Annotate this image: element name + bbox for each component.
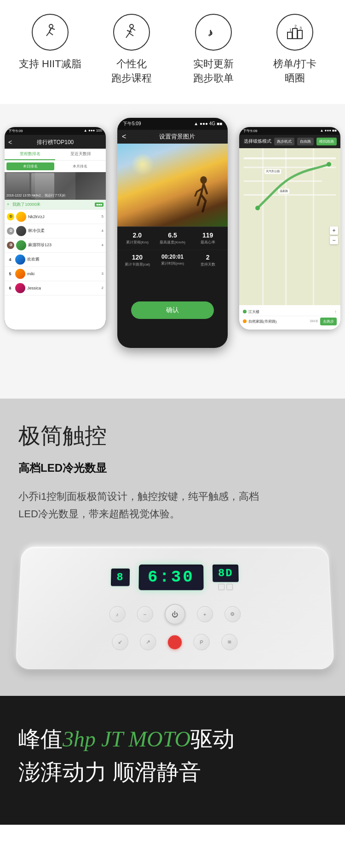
svg-line-8 — [126, 33, 129, 38]
course-icon — [113, 14, 150, 51]
ranking-feature-item: 1 2 3 榜单/打卡晒圈 — [258, 14, 332, 86]
map-controls: + − — [330, 226, 338, 244]
emergency-stop-btn[interactable] — [168, 635, 182, 649]
btn-incline-up[interactable]: ↗ — [140, 634, 156, 650]
right-phone-screen: 下午5:09 ▲ ●●● ■■ 选择锻炼模式 跑步机式 自由跑 模拟路跑 — [239, 127, 340, 330]
left-status-bar: 下午5:09 ▲ ●●● 100 — [5, 127, 106, 135]
table-row: ① Nk2kVzJ 5 — [5, 210, 106, 224]
ranking-title: 排行榜TOP100 — [37, 139, 74, 146]
stat-calories: 120 累计卡路里(cal) — [120, 254, 155, 267]
led-small-display-right: 8D — [213, 565, 239, 582]
map-route-svg — [239, 148, 340, 305]
center-status-bar: 下午5:09 ▲ ●●● 4G ■■ — [117, 118, 228, 130]
table-row: ③ 麻溜羽珍123 4 — [5, 238, 106, 253]
map-header: 选择锻炼模式 跑步机式 自由跑 模拟路跑 — [239, 135, 340, 148]
svg-point-21 — [327, 162, 331, 167]
ranking-tab-days[interactable]: 至近天数排 — [55, 149, 106, 160]
mode-free[interactable]: 自由跑 — [297, 138, 314, 145]
hiit-icon — [32, 14, 69, 51]
motor-title-prefix: 峰值 — [18, 727, 63, 751]
led-title-block: 极简触控 高档LED冷光数显 — [18, 422, 327, 479]
btn-speed-down[interactable]: − — [137, 606, 153, 622]
stats-row-1: 2.0 累计里程(Km) 6.5 最高速度(Km/h) 119 最高心率 — [117, 226, 228, 249]
motor-highlight: 3hp JT MOTO — [63, 727, 190, 751]
motor-title-line2: 澎湃动力 顺滑静音 — [18, 757, 327, 787]
display-row: 8 6:30 8D — [42, 565, 308, 590]
svg-line-3 — [49, 32, 53, 35]
stat-time: 00:20:01 累计时间(min) — [155, 254, 190, 267]
dest-jiangdalou: 江大楼 ↑ — [243, 308, 337, 316]
led-small-display-left: 8 — [111, 568, 130, 586]
confirm-button[interactable]: 确认 — [131, 301, 214, 319]
dest-natural-home: 自然家园(市府路) 384米 去跑步 — [243, 316, 337, 327]
map-label-2: 温新路 — [278, 189, 289, 194]
center-nav-title: 设置背景图片 — [131, 133, 223, 141]
runner-silhouette — [191, 176, 216, 222]
sub-tab-today[interactable]: 本日排名 — [6, 162, 54, 170]
table-row: 4 欢欢酱 — [5, 253, 106, 267]
course-feature-item: 个性化跑步课程 — [95, 14, 168, 86]
svg-rect-14 — [293, 29, 297, 39]
btn-program[interactable]: P — [193, 634, 210, 650]
sub-tab-month[interactable]: 本月排名 — [56, 162, 104, 170]
map-zoom-in[interactable]: + — [330, 226, 338, 235]
ranking-label: 榜单/打卡晒圈 — [273, 57, 316, 86]
svg-line-4 — [51, 28, 55, 29]
stat-speed: 6.5 最高速度(Km/h) — [155, 231, 190, 245]
svg-text:3: 3 — [299, 26, 302, 30]
mode-treadmill[interactable]: 跑步机式 — [274, 138, 294, 145]
banner-text: 2016-1222 13:55 Nk9v2... 我还行了7天的 — [6, 193, 65, 198]
led-title-line1: 极简触控 — [18, 423, 107, 448]
motor-title-suffix: 驱动 — [190, 727, 235, 751]
treadmill-control-panel: 8 6:30 8D ♪ − ⏻ + ⚙ — [18, 545, 331, 668]
ranking-header: < 排行榜TOP100 — [5, 135, 106, 149]
right-phone: 下午5:09 ▲ ●●● ■■ 选择锻炼模式 跑步机式 自由跑 模拟路跑 — [239, 127, 340, 330]
music-feature-item: ♪ 实时更新跑步歌单 — [177, 14, 250, 86]
hiit-label: 支持 HIIT减脂 — [19, 57, 81, 71]
btn-incline-down[interactable]: ↙ — [112, 634, 128, 650]
stat-heartrate: 119 最高心率 — [190, 231, 225, 245]
map-zoom-out[interactable]: − — [330, 236, 338, 244]
btn-speed-up[interactable]: + — [196, 606, 213, 622]
center-phone: 下午5:09 ▲ ●●● 4G ■■ < 设置背景图片 — [117, 118, 228, 348]
hiit-feature-item: 支持 HIIT减脂 — [13, 14, 87, 71]
ranking-icon: 1 2 3 — [276, 14, 313, 51]
table-row: 5 miki 3 — [5, 267, 106, 281]
panel-body: 8 6:30 8D ♪ − ⏻ + ⚙ — [15, 547, 334, 669]
controls-row-2: ↙ ↗ P ≋ — [40, 634, 310, 650]
back-btn[interactable]: < — [8, 139, 12, 146]
motor-section: 峰值3hp JT MOTO驱动 澎湃动力 顺滑静音 — [0, 696, 345, 824]
svg-line-5 — [49, 29, 51, 31]
led-title-line2: 高档LED冷光数显 — [18, 462, 107, 474]
table-row: ② 林冷仪柔 4 — [5, 224, 106, 238]
svg-point-6 — [130, 24, 133, 28]
phones-container: 下午5:09 ▲ ●●● 100 < 排行榜TOP100 里程数排名 至近天数排… — [0, 118, 345, 376]
btn-music[interactable]: ♪ — [109, 606, 126, 622]
svg-rect-13 — [288, 32, 292, 39]
sub-tabs: 本日排名 本月排名 — [5, 161, 106, 172]
svg-rect-15 — [298, 30, 302, 39]
center-time: 下午5:09 — [123, 121, 141, 127]
btn-power[interactable]: ⏻ — [164, 604, 185, 625]
svg-point-20 — [255, 206, 260, 210]
btn-settings[interactable]: ⚙ — [224, 606, 241, 622]
stats-row-2: 120 累计卡路里(cal) 00:20:01 累计时间(min) 2 坚持天数 — [117, 249, 228, 272]
mode-simulate[interactable]: 模拟路跑 — [316, 138, 337, 145]
right-status-bar: 下午5:09 ▲ ●●● ■■ — [239, 127, 340, 135]
stat-distance: 2.0 累计里程(Km) — [120, 231, 155, 245]
ranking-tab-miles[interactable]: 里程数排名 — [5, 149, 55, 160]
app-screenshots-section: 下午5:09 ▲ ●●● 100 < 排行榜TOP100 里程数排名 至近天数排… — [0, 104, 345, 399]
led-main-display: 6:30 — [138, 565, 204, 590]
go-run-button[interactable]: 去跑步 — [320, 318, 337, 325]
center-back-btn[interactable]: < — [122, 133, 126, 141]
svg-point-0 — [49, 24, 53, 28]
center-nav: < 设置背景图片 — [117, 130, 228, 144]
svg-text:1: 1 — [289, 28, 292, 32]
indicator-1 — [218, 584, 225, 590]
features-section: 支持 HIIT减脂 个性化跑步课程 ♪ 实时更新跑步歌单 — [0, 0, 345, 104]
btn-fan[interactable]: ≋ — [221, 634, 238, 650]
indicator-2 — [227, 584, 233, 590]
music-icon: ♪ — [195, 14, 232, 51]
music-label: 实时更新跑步歌单 — [193, 57, 234, 86]
stat-days: 2 坚持天数 — [190, 254, 225, 267]
